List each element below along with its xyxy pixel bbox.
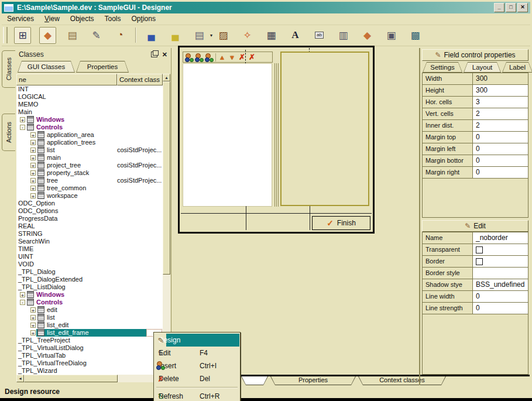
menu-tools[interactable]: Tools xyxy=(99,13,126,25)
property-value[interactable]: 0 xyxy=(473,132,528,143)
expand-icon[interactable]: + xyxy=(30,323,36,328)
close-panel-icon[interactable]: ✕ xyxy=(162,52,167,57)
property-value[interactable]: 0 xyxy=(473,155,528,167)
context-menu-item-refresh[interactable]: ↻RefreshCtrl+R xyxy=(154,390,240,401)
wand-icon[interactable]: ✧ xyxy=(239,28,255,43)
property-value[interactable]: 0 xyxy=(473,143,528,155)
tree-row[interactable]: STRING xyxy=(16,230,163,238)
delete-all-icon[interactable]: ✗ xyxy=(247,53,257,61)
tree-row[interactable]: +Windows xyxy=(16,291,163,299)
expand-icon[interactable]: + xyxy=(20,292,25,297)
drive-blue-icon[interactable]: ▄ xyxy=(143,28,159,43)
tree-row[interactable]: _TPL_Wizard xyxy=(16,367,163,375)
eraser-icon[interactable]: ◆ xyxy=(39,27,56,44)
menu-objects[interactable]: Objects xyxy=(65,13,99,25)
property-value[interactable]: 0 xyxy=(473,291,528,303)
context-menu-item-insert[interactable]: InsertCtrl+I xyxy=(154,359,240,372)
tree-row[interactable]: _TPL_VirtualTreeDialog xyxy=(16,359,163,367)
tree-row[interactable]: +list_edit xyxy=(16,321,163,329)
help-book-icon[interactable]: ▤ xyxy=(64,28,80,43)
insert-child-icon[interactable] xyxy=(194,53,204,61)
tree-row[interactable]: UINT xyxy=(16,253,163,261)
expand-icon[interactable]: + xyxy=(30,163,36,168)
computer-icon[interactable]: ▣ xyxy=(383,28,399,43)
tree-row[interactable]: LOGICAL xyxy=(16,93,163,101)
tree-row[interactable]: ODC_Options xyxy=(16,207,163,215)
tree-row[interactable]: +property_stack xyxy=(16,169,163,177)
context-menu-item-edit[interactable]: ✎EditF4 xyxy=(154,347,240,359)
image-editor-icon[interactable]: ▨ xyxy=(215,28,231,43)
tree-row[interactable]: +edit xyxy=(16,306,163,314)
move-up-icon[interactable]: ▲ xyxy=(217,53,227,61)
clock-icon[interactable]: ◔ xyxy=(112,28,128,43)
tree-row[interactable]: +listcosiStdProjec... xyxy=(16,146,163,154)
canvas-list-area[interactable] xyxy=(183,63,272,207)
menu-services[interactable]: Services xyxy=(2,13,39,25)
tree-row[interactable]: _TPL_Dialog xyxy=(16,268,163,276)
property-value[interactable]: _noborder xyxy=(473,232,528,244)
collapse-icon[interactable]: - xyxy=(20,125,25,130)
horizontal-scrollbar[interactable]: ◄ ► xyxy=(16,375,163,382)
tree-row[interactable]: SearchWin xyxy=(16,238,163,245)
property-value[interactable]: BSS_undefined xyxy=(473,279,528,291)
tab-gui-classes[interactable]: GUI Classes xyxy=(18,61,75,73)
expand-icon[interactable]: + xyxy=(30,178,36,183)
property-value[interactable] xyxy=(473,256,528,268)
font-icon[interactable]: A xyxy=(287,28,303,43)
tree-row[interactable]: +main xyxy=(16,154,163,162)
expand-icon[interactable]: + xyxy=(30,315,36,320)
minimize-button[interactable]: _ xyxy=(494,3,504,12)
expand-icon[interactable]: + xyxy=(30,132,36,138)
tab-settings[interactable]: Settings xyxy=(423,62,462,73)
property-value[interactable]: 0 xyxy=(473,167,528,179)
property-value[interactable]: 2 xyxy=(473,108,528,120)
property-value[interactable] xyxy=(473,268,528,279)
tree-row[interactable]: REAL xyxy=(16,222,163,230)
context-menu-item-design[interactable]: ✎Design xyxy=(154,334,240,347)
tree-row[interactable]: MEMO xyxy=(16,101,163,108)
bottom-tab-active[interactable] xyxy=(241,376,268,385)
tab-layout[interactable]: Layout xyxy=(464,62,501,73)
field-control-properties-button[interactable]: ✎ Field control properties xyxy=(422,49,528,61)
grid-form-icon[interactable]: ▥ xyxy=(335,28,351,43)
maximize-button[interactable]: □ xyxy=(506,3,516,12)
tree-row[interactable]: _TPL_VirtualListDialog xyxy=(16,344,163,352)
move-down-icon[interactable]: ▼ xyxy=(227,53,237,61)
class-hierarchy-icon[interactable]: ⊞ xyxy=(14,27,31,44)
property-value[interactable]: 300 xyxy=(473,85,528,97)
property-value[interactable]: 0 xyxy=(473,303,528,314)
edit-button[interactable]: ✎ Edit xyxy=(422,220,528,232)
tree-row[interactable]: -Controls xyxy=(16,124,163,131)
expand-icon[interactable]: + xyxy=(30,170,36,176)
sidebar-tab-classes[interactable]: Classes xyxy=(2,50,15,88)
tree-row[interactable]: +workspace xyxy=(16,192,163,200)
horizontal-scroll-thumb[interactable] xyxy=(24,375,118,382)
tree-row[interactable]: VOID xyxy=(16,261,163,268)
tree-row[interactable]: INT xyxy=(16,85,163,93)
tree-row[interactable]: +project_treecosiStdProjec... xyxy=(16,162,163,169)
context-menu-item-delete[interactable]: ✗DeleteDel xyxy=(154,372,240,385)
tree-row[interactable]: +list_edit_frame xyxy=(16,329,163,337)
property-value[interactable]: 3 xyxy=(473,97,528,108)
tree-row[interactable]: +application_trees xyxy=(16,139,163,146)
column-header-name[interactable]: ne xyxy=(16,74,117,85)
edit-document-icon[interactable]: ✎ xyxy=(88,28,104,43)
expand-icon[interactable]: + xyxy=(30,307,36,313)
collapse-icon[interactable]: - xyxy=(20,300,25,305)
drive-yellow-icon[interactable]: ▄ xyxy=(167,28,183,43)
expand-icon[interactable]: + xyxy=(30,186,36,191)
tree-row[interactable]: _TPL_TreeProject xyxy=(16,337,163,344)
expand-icon[interactable]: + xyxy=(30,148,36,153)
close-button[interactable]: ✕ xyxy=(517,3,528,12)
tree-row[interactable]: -Controls xyxy=(16,299,163,306)
expand-icon[interactable]: + xyxy=(30,193,36,198)
checkbox-unchecked[interactable] xyxy=(476,246,483,253)
form-select-icon[interactable]: ▤▾ xyxy=(191,28,207,43)
tree-row[interactable]: +list xyxy=(16,314,163,321)
bottom-tab-properties[interactable]: Properties xyxy=(270,376,356,385)
expand-icon[interactable]: + xyxy=(30,140,36,145)
sidebar-tab-actions[interactable]: Actions xyxy=(2,114,15,151)
float-panel-icon[interactable] xyxy=(151,52,157,57)
panel-divider[interactable] xyxy=(419,48,420,385)
menu-view[interactable]: View xyxy=(39,13,65,25)
